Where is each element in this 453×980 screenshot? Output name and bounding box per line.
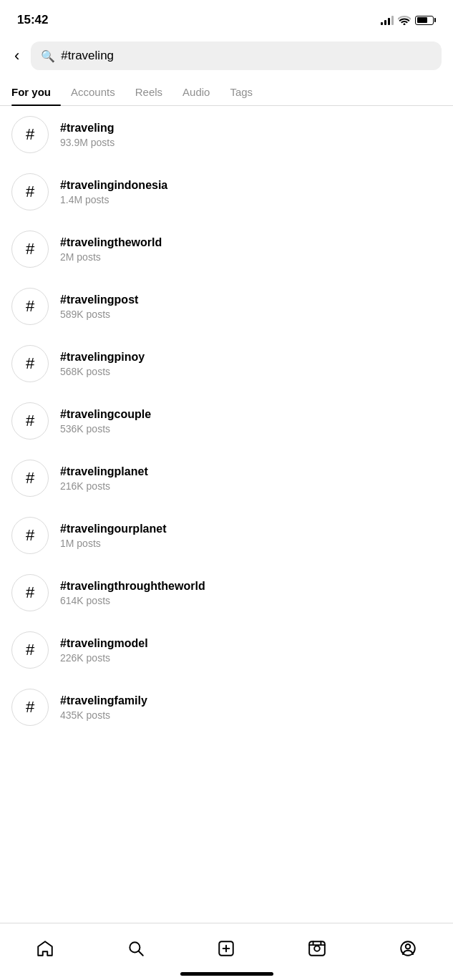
create-icon [217, 939, 235, 958]
search-bar[interactable]: 🔍 #traveling [31, 42, 442, 70]
hashtag-item[interactable]: # #travelingmodel 226K posts [0, 621, 453, 679]
signal-icon [381, 15, 394, 25]
svg-point-6 [314, 946, 320, 951]
hashtag-info: #travelingpinoy 568K posts [60, 351, 145, 377]
search-query: #traveling [61, 49, 114, 63]
battery-icon [415, 16, 436, 25]
svg-point-11 [405, 944, 410, 949]
status-icons [381, 15, 436, 25]
hash-circle: # [11, 574, 49, 611]
hashtag-info: #travelingfamily 435K posts [60, 694, 147, 721]
hashtag-item[interactable]: # #travelingplanet 216K posts [0, 450, 453, 507]
status-time: 15:42 [17, 13, 48, 27]
hashtag-name: #traveling [60, 122, 115, 135]
hash-circle: # [11, 173, 49, 210]
hashtag-item[interactable]: # #travelingfamily 435K posts [0, 679, 453, 736]
hashtag-count: 2M posts [60, 251, 162, 263]
hashtag-name: #travelingpinoy [60, 351, 145, 364]
tab-reels[interactable]: Reels [125, 77, 172, 105]
hashtag-info: #travelingthroughtheworld 614K posts [60, 580, 205, 606]
hashtag-count: 93.9M posts [60, 137, 115, 148]
hashtag-item[interactable]: # #travelingindonesia 1.4M posts [0, 163, 453, 220]
hashtag-info: #travelingmodel 226K posts [60, 637, 148, 664]
hashtag-name: #travelingindonesia [60, 179, 167, 192]
hashtag-item[interactable]: # #travelingpost 589K posts [0, 278, 453, 335]
hashtag-item[interactable]: # #travelingtheworld 2M posts [0, 220, 453, 278]
tab-tags[interactable]: Tags [220, 77, 263, 105]
nav-reels[interactable] [301, 933, 333, 964]
hashtag-name: #travelingplanet [60, 465, 148, 478]
hash-circle: # [11, 631, 49, 669]
hashtag-item[interactable]: # #travelingcouple 536K posts [0, 392, 453, 450]
home-icon [36, 939, 54, 958]
hashtag-info: #travelingcouple 536K posts [60, 408, 151, 435]
tabs-bar: For you Accounts Reels Audio Tags [0, 77, 453, 106]
nav-home[interactable] [29, 933, 61, 964]
hash-circle: # [11, 460, 49, 497]
tab-audio[interactable]: Audio [172, 77, 220, 105]
hashtag-count: 216K posts [60, 480, 148, 492]
tab-accounts[interactable]: Accounts [61, 77, 125, 105]
hashtag-name: #travelingourplanet [60, 523, 166, 535]
hash-circle: # [11, 116, 49, 153]
reels-icon [308, 939, 326, 958]
search-icon: 🔍 [41, 49, 55, 63]
nav-create[interactable] [210, 933, 242, 964]
bottom-nav [0, 923, 453, 980]
hashtag-count: 589K posts [60, 309, 138, 320]
svg-rect-5 [309, 941, 325, 956]
hashtag-count: 1.4M posts [60, 194, 167, 205]
hashtag-list: # #traveling 93.9M posts # #travelingind… [0, 106, 453, 736]
hashtag-info: #travelingpost 589K posts [60, 293, 138, 320]
hash-circle: # [11, 345, 49, 382]
wifi-icon [398, 15, 411, 25]
tab-for-you[interactable]: For you [11, 77, 61, 105]
hashtag-item[interactable]: # #travelingourplanet 1M posts [0, 507, 453, 564]
nav-profile[interactable] [392, 933, 424, 964]
search-header: ‹ 🔍 #traveling [0, 36, 453, 77]
hashtag-count: 435K posts [60, 709, 147, 721]
hash-circle: # [11, 402, 49, 440]
profile-icon [399, 939, 417, 958]
hashtag-info: #travelingourplanet 1M posts [60, 523, 166, 549]
hashtag-info: #travelingplanet 216K posts [60, 465, 148, 492]
hashtag-count: 226K posts [60, 652, 148, 664]
hashtag-name: #travelingcouple [60, 408, 151, 421]
hashtag-item[interactable]: # #travelingpinoy 568K posts [0, 335, 453, 392]
hashtag-count: 614K posts [60, 595, 205, 606]
back-button[interactable]: ‹ [11, 45, 22, 67]
svg-line-1 [139, 951, 143, 955]
hash-circle: # [11, 689, 49, 726]
hash-circle: # [11, 517, 49, 554]
hashtag-name: #travelingmodel [60, 637, 148, 650]
hash-circle: # [11, 231, 49, 268]
hashtag-info: #travelingindonesia 1.4M posts [60, 179, 167, 205]
nav-search[interactable] [120, 933, 152, 964]
hashtag-info: #travelingtheworld 2M posts [60, 236, 162, 263]
hashtag-info: #traveling 93.9M posts [60, 122, 115, 148]
hashtag-name: #travelingtheworld [60, 236, 162, 249]
hashtag-name: #travelingthroughtheworld [60, 580, 205, 593]
search-nav-icon [127, 939, 145, 958]
hashtag-name: #travelingpost [60, 293, 138, 306]
hashtag-count: 568K posts [60, 366, 145, 377]
hashtag-name: #travelingfamily [60, 694, 147, 707]
hashtag-count: 1M posts [60, 538, 166, 549]
hashtag-item[interactable]: # #traveling 93.9M posts [0, 106, 453, 163]
home-indicator [180, 972, 273, 976]
hashtag-item[interactable]: # #travelingthroughtheworld 614K posts [0, 564, 453, 621]
hashtag-count: 536K posts [60, 423, 151, 435]
status-bar: 15:42 [0, 0, 453, 36]
hash-circle: # [11, 288, 49, 325]
